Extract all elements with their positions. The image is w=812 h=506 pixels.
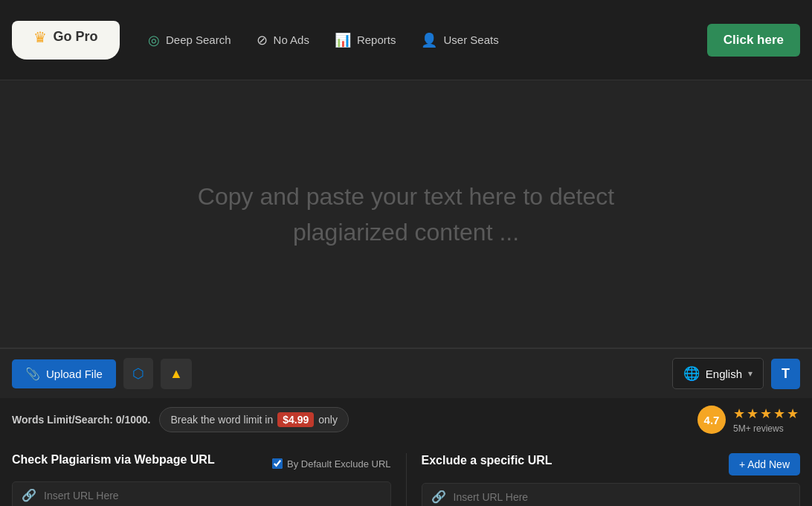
- exclude-url-checkbox[interactable]: [272, 458, 283, 469]
- url-check-left: Check Plagiarism via Webpage URL By Defa…: [12, 453, 406, 506]
- url-input-row-left: 🔗: [12, 481, 391, 506]
- reports-icon: 📊: [335, 32, 351, 48]
- google-drive-button[interactable]: ▲: [161, 359, 192, 389]
- only-label: only: [318, 414, 338, 426]
- rating-section: 4.7 ★★★★★ 5M+ reviews: [697, 406, 800, 434]
- crown-icon: ♛: [33, 28, 47, 46]
- text-format-icon: T: [782, 366, 790, 381]
- language-dropdown[interactable]: 🌐 English ▾: [672, 358, 764, 389]
- link-icon-right: 🔗: [431, 490, 446, 504]
- placeholder-text: Copy and paste your text here to detect …: [146, 149, 666, 280]
- dropbox-icon: ⬡: [132, 366, 144, 381]
- no-ads-label: No Ads: [274, 33, 309, 46]
- user-seats-label: User Seats: [443, 33, 498, 46]
- stars-review: ★★★★★ 5M+ reviews: [733, 406, 800, 434]
- price-badge: $4.99: [277, 412, 314, 427]
- text-input-area[interactable]: Copy and paste your text here to detect …: [0, 80, 812, 348]
- url-check-right-header: Exclude a specific URL + Add New: [422, 453, 801, 475]
- header: ♛ Go Pro ◎ Deep Search ⊘ No Ads 📊 Report…: [0, 0, 812, 80]
- review-count: 5M+ reviews: [733, 423, 800, 434]
- language-label: English: [706, 368, 742, 380]
- toolbar: 📎 Upload File ⬡ ▲ 🌐 English ▾ T: [0, 348, 812, 398]
- add-new-button[interactable]: + Add New: [729, 453, 800, 475]
- deep-search-feature: ◎ Deep Search: [139, 32, 240, 48]
- paperclip-icon: 📎: [25, 367, 40, 381]
- click-here-button[interactable]: Click here: [707, 24, 800, 57]
- deep-search-label: Deep Search: [166, 33, 231, 46]
- reports-label: Reports: [357, 33, 396, 46]
- go-pro-button[interactable]: ♛ Go Pro: [12, 21, 120, 60]
- chevron-down-icon: ▾: [748, 368, 753, 379]
- exclude-url-label: By Default Exclude URL: [287, 458, 390, 470]
- upload-file-button[interactable]: 📎 Upload File: [12, 359, 116, 388]
- reports-feature: 📊 Reports: [326, 32, 405, 48]
- star-icons: ★★★★★: [733, 406, 800, 422]
- break-limit-label: Break the word limit in: [170, 414, 273, 426]
- bottom-section: Check Plagiarism via Webpage URL By Defa…: [0, 441, 812, 506]
- word-limit-bar: Words Limit/Search: 0/1000. Break the wo…: [0, 398, 812, 441]
- go-pro-label: Go Pro: [53, 29, 97, 45]
- no-ads-feature: ⊘ No Ads: [248, 32, 318, 48]
- globe-icon: 🌐: [683, 365, 700, 382]
- url-check-right: Exclude a specific URL + Add New 🔗: [406, 453, 801, 506]
- google-drive-icon: ▲: [170, 366, 183, 381]
- user-seats-icon: 👤: [421, 32, 437, 48]
- user-seats-feature: 👤 User Seats: [412, 32, 507, 48]
- word-limit-text: Words Limit/Search: 0/1000.: [12, 414, 150, 426]
- exclude-url-checkbox-label[interactable]: By Default Exclude URL: [272, 458, 390, 470]
- url-check-left-header: Check Plagiarism via Webpage URL By Defa…: [12, 453, 391, 474]
- link-icon-left: 🔗: [22, 488, 36, 502]
- url-input-row-right: 🔗: [422, 483, 801, 506]
- url-input-left[interactable]: [44, 490, 381, 502]
- rating-score: 4.7: [697, 406, 726, 434]
- deep-search-icon: ◎: [148, 32, 160, 48]
- break-limit-badge[interactable]: Break the word limit in $4.99 only: [159, 407, 348, 432]
- url-input-right[interactable]: [454, 491, 791, 503]
- upload-label: Upload File: [46, 368, 103, 380]
- dropbox-button[interactable]: ⬡: [123, 358, 153, 389]
- text-format-button[interactable]: T: [771, 359, 800, 389]
- no-ads-icon: ⊘: [257, 32, 268, 48]
- url-check-title: Check Plagiarism via Webpage URL: [12, 453, 215, 467]
- exclude-url-title: Exclude a specific URL: [422, 454, 552, 467]
